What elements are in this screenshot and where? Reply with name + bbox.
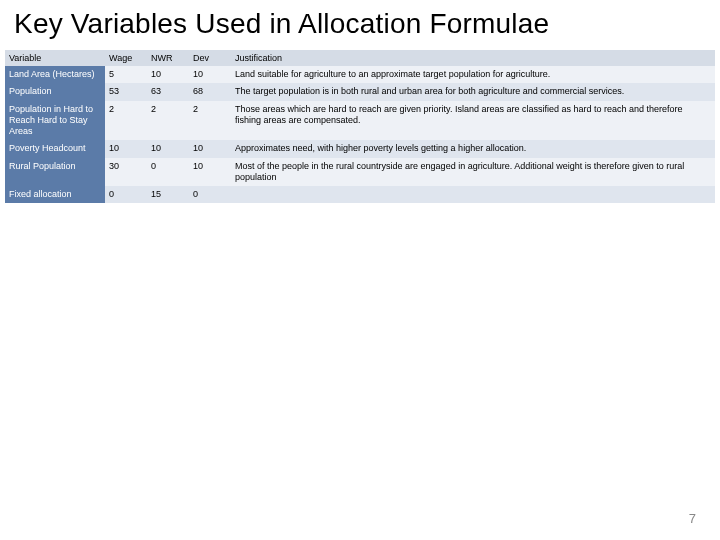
table-row: Poverty Headcount 10 10 10 Approximates …	[5, 140, 715, 157]
cell-nwr: 10	[147, 66, 189, 83]
table-row: Population 53 63 68 The target populatio…	[5, 83, 715, 100]
cell-dev: 10	[189, 140, 231, 157]
header-dev: Dev	[189, 50, 231, 66]
table-row: Population in Hard to Reach Hard to Stay…	[5, 101, 715, 141]
cell-justification: Approximates need, with higher poverty l…	[231, 140, 715, 157]
cell-variable: Population in Hard to Reach Hard to Stay…	[5, 101, 105, 141]
header-nwr: NWR	[147, 50, 189, 66]
cell-nwr: 63	[147, 83, 189, 100]
cell-wage: 0	[105, 186, 147, 203]
cell-nwr: 0	[147, 158, 189, 187]
cell-nwr: 10	[147, 140, 189, 157]
cell-justification: Those areas which are hard to reach are …	[231, 101, 715, 141]
cell-dev: 0	[189, 186, 231, 203]
cell-wage: 5	[105, 66, 147, 83]
table-row: Land Area (Hectares) 5 10 10 Land suitab…	[5, 66, 715, 83]
cell-variable: Rural Population	[5, 158, 105, 187]
cell-justification: The target population is in both rural a…	[231, 83, 715, 100]
page-title: Key Variables Used in Allocation Formula…	[0, 0, 720, 50]
cell-wage: 2	[105, 101, 147, 141]
cell-dev: 10	[189, 158, 231, 187]
cell-variable: Fixed allocation	[5, 186, 105, 203]
cell-justification: Most of the people in the rural countrys…	[231, 158, 715, 187]
header-wage: Wage	[105, 50, 147, 66]
cell-dev: 10	[189, 66, 231, 83]
cell-wage: 10	[105, 140, 147, 157]
page-number: 7	[689, 511, 696, 526]
header-variable: Variable	[5, 50, 105, 66]
cell-wage: 30	[105, 158, 147, 187]
cell-variable: Land Area (Hectares)	[5, 66, 105, 83]
cell-dev: 2	[189, 101, 231, 141]
allocation-table: Variable Wage NWR Dev Justification Land…	[5, 50, 715, 203]
header-justification: Justification	[231, 50, 715, 66]
table-row: Fixed allocation 0 15 0	[5, 186, 715, 203]
cell-justification	[231, 186, 715, 203]
cell-wage: 53	[105, 83, 147, 100]
cell-variable: Poverty Headcount	[5, 140, 105, 157]
cell-justification: Land suitable for agriculture to an appr…	[231, 66, 715, 83]
cell-variable: Population	[5, 83, 105, 100]
cell-nwr: 2	[147, 101, 189, 141]
table-header-row: Variable Wage NWR Dev Justification	[5, 50, 715, 66]
cell-nwr: 15	[147, 186, 189, 203]
table-row: Rural Population 30 0 10 Most of the peo…	[5, 158, 715, 187]
cell-dev: 68	[189, 83, 231, 100]
